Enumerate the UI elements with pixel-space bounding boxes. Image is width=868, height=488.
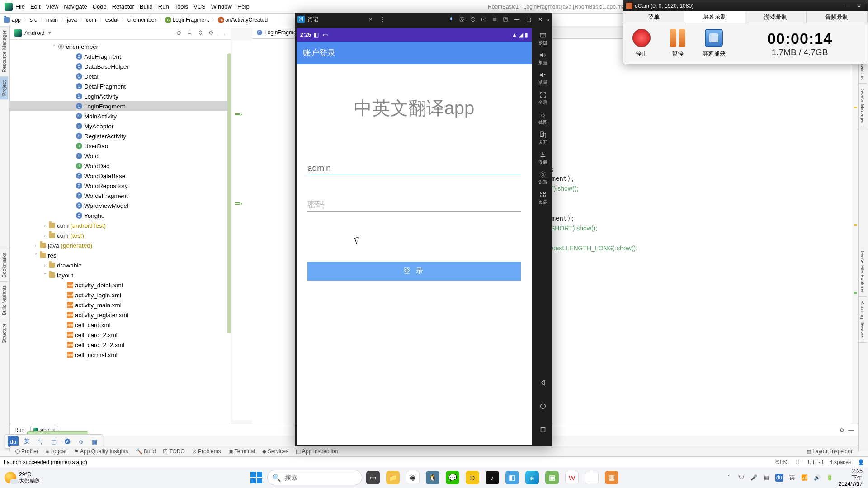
- tree-item-yonghu[interactable]: CYonghu: [10, 211, 231, 221]
- tree-item-registeractivity[interactable]: CRegisterActivity: [10, 131, 231, 141]
- menu-build[interactable]: Build: [140, 3, 153, 10]
- breadcrumb[interactable]: onActivityCreated: [225, 17, 268, 23]
- tree-item-loginactivity[interactable]: CLoginActivity: [10, 91, 231, 101]
- em-side-install[interactable]: 安装: [533, 148, 552, 167]
- tab-profiler[interactable]: Profiler: [15, 448, 38, 455]
- chevron-down-icon[interactable]: ▼: [47, 30, 52, 35]
- tree-java-generated[interactable]: ›java (generated): [10, 240, 231, 250]
- close-button[interactable]: ✕: [853, 3, 865, 9]
- tree-item-detailfragment[interactable]: CDetailFragment: [10, 81, 231, 91]
- tree-res[interactable]: ˅res: [10, 250, 231, 260]
- username-input[interactable]: [307, 161, 521, 175]
- tree-item-databasehelper[interactable]: CDataBaseHelper: [10, 61, 231, 71]
- tree-item-cell_card-xml[interactable]: xmlcell_card.xml: [10, 320, 231, 330]
- tray-overflow-icon[interactable]: ˄: [725, 474, 733, 482]
- caret-position[interactable]: 63:63: [775, 459, 789, 465]
- nav-home-icon[interactable]: [539, 402, 547, 412]
- tree-item-word[interactable]: CWord: [10, 151, 231, 161]
- tree-item-activity_login-xml[interactable]: xmlactivity_login.xml: [10, 290, 231, 300]
- menu-vcs[interactable]: VCS: [193, 3, 206, 10]
- toolwindow-bookmarks[interactable]: Bookmarks: [0, 249, 8, 281]
- tree-item-myadapter[interactable]: CMyAdapter: [10, 121, 231, 131]
- explorer-icon[interactable]: 📁: [384, 469, 402, 487]
- toolwindow-running-devices[interactable]: Running Devices: [859, 297, 867, 342]
- tree-item-mainactivity[interactable]: CMainActivity: [10, 111, 231, 121]
- tree-item-worddao[interactable]: IWordDao: [10, 161, 231, 171]
- tray-battery-icon[interactable]: 🔋: [826, 474, 834, 482]
- line-separator[interactable]: LF: [795, 459, 802, 465]
- app-icon[interactable]: 🐧: [424, 469, 442, 487]
- menu-refactor[interactable]: Refactor: [112, 3, 134, 10]
- tray-wifi-icon[interactable]: 📶: [801, 474, 809, 482]
- gear-icon[interactable]: ⚙: [207, 28, 216, 38]
- em-side-fullscreen[interactable]: 全屏: [533, 89, 552, 108]
- tree-pkg-test[interactable]: ›com (test): [10, 230, 231, 240]
- run-gutter-icon[interactable]: [235, 202, 241, 205]
- tree-layout[interactable]: ˅layout: [10, 270, 231, 280]
- ocam-tab-menu[interactable]: 菜单: [623, 11, 684, 23]
- em-side-screenshot[interactable]: 截图: [533, 108, 552, 127]
- tree-item-loginfragment[interactable]: CLoginFragment: [10, 101, 231, 111]
- gear-icon[interactable]: ⚙: [840, 427, 844, 433]
- breadcrumb[interactable]: LoginFragment: [172, 17, 209, 23]
- menu-run[interactable]: Run: [158, 3, 169, 10]
- nav-recent-icon[interactable]: [539, 426, 547, 436]
- hide-icon[interactable]: —: [217, 28, 226, 38]
- mail-icon[interactable]: [478, 13, 489, 26]
- collapse-all-icon[interactable]: ⇕: [196, 28, 205, 38]
- minimize-button[interactable]: —: [841, 3, 853, 9]
- app-icon[interactable]: ▣: [543, 469, 561, 487]
- minimize-button[interactable]: —: [511, 16, 523, 23]
- em-side-keys[interactable]: 按键: [533, 29, 552, 48]
- indent[interactable]: 4 spaces: [830, 459, 851, 465]
- app-icon[interactable]: D: [463, 469, 481, 487]
- emulator-titlebar[interactable]: 词 词记 × ⋮ — ▢ ✕ «: [295, 13, 552, 26]
- chevron-left-icon[interactable]: «: [546, 16, 550, 23]
- tree-item-activity_detail-xml[interactable]: xmlactivity_detail.xml: [10, 280, 231, 290]
- close-tab-icon[interactable]: ×: [365, 16, 377, 23]
- error-stripe[interactable]: [852, 39, 858, 424]
- rocket-icon[interactable]: [446, 13, 457, 26]
- project-view-label[interactable]: Android: [24, 29, 45, 36]
- password-input[interactable]: [307, 198, 521, 212]
- android-studio-icon[interactable]: 🅐: [583, 469, 601, 487]
- reader-mode-icon[interactable]: 👤: [858, 459, 864, 465]
- toolwindow-build-variants[interactable]: Build Variants: [0, 281, 8, 319]
- project-tree[interactable]: ˅cirememberCAddFragmentCDataBaseHelperCD…: [10, 40, 231, 424]
- tree-pkg-androidtest[interactable]: ›com (androidTest): [10, 221, 231, 230]
- menu-navigate[interactable]: Navigate: [64, 3, 87, 10]
- select-opened-file-icon[interactable]: ⊙: [174, 28, 183, 38]
- ocam-tab-screen-record[interactable]: 屏幕录制: [684, 11, 745, 23]
- task-view-button[interactable]: ▭: [364, 469, 382, 487]
- tab-logcat[interactable]: ≡ Logcat: [46, 448, 66, 455]
- toolwindow-project[interactable]: Project: [0, 76, 8, 99]
- ocam-titlebar[interactable]: oCam (0, 0, 1920, 1080) — ✕: [623, 0, 868, 11]
- taskbar-clock[interactable]: 2:25 下午 2024/7/17: [839, 468, 863, 487]
- em-side-more[interactable]: 更多: [533, 188, 552, 207]
- breadcrumb[interactable]: main: [46, 17, 58, 23]
- breadcrumb[interactable]: src: [30, 17, 37, 23]
- breadcrumb[interactable]: ciremember: [127, 17, 156, 23]
- toolwindow-device-manager[interactable]: Device Manager: [859, 84, 867, 127]
- image-icon[interactable]: [457, 13, 467, 26]
- tree-item-activity_register-xml[interactable]: xmlactivity_register.xml: [10, 310, 231, 320]
- em-side-volume-up[interactable]: 加量: [533, 49, 552, 68]
- weather-widget[interactable]: 29°C 大部晴朗: [0, 471, 45, 484]
- emulator-screen[interactable]: 2:25 ◧ ▭ ▲ ◢ ▮ 账户登录 中英文翻译app 登 录: [297, 28, 532, 445]
- ocam-stop-button[interactable]: 停止: [623, 29, 660, 58]
- ocam-tab-game-record[interactable]: 游戏录制: [745, 11, 807, 23]
- tree-item-userdao[interactable]: IUserDao: [10, 141, 231, 151]
- emulator-window[interactable]: 词 词记 × ⋮ — ▢ ✕ « 2:25 ◧ ▭ ▲ ◢ ▮ 账户登录: [295, 13, 552, 446]
- tree-item-cell_normal-xml[interactable]: xmlcell_normal.xml: [10, 350, 231, 360]
- em-side-volume-down[interactable]: 减量: [533, 69, 552, 88]
- tree-item-activity_main-xml[interactable]: xmlactivity_main.xml: [10, 300, 231, 310]
- close-button[interactable]: ✕: [534, 16, 546, 23]
- tab-app-inspection[interactable]: ◫ App Inspection: [296, 448, 338, 455]
- tree-item-wordrepository[interactable]: CWordRepository: [10, 181, 231, 191]
- windows-taskbar[interactable]: 29°C 大部晴朗 🔍 ▭ 📁 ◉ 🐧 💬 D ♪ ◧ e ▣ W 🅐 ▦ ˄ …: [0, 467, 868, 488]
- tree-item-wordsfragment[interactable]: CWordsFragment: [10, 191, 231, 201]
- tree-item-detail[interactable]: CDetail: [10, 71, 231, 81]
- menu-file[interactable]: File: [15, 3, 25, 10]
- start-button[interactable]: [247, 469, 265, 487]
- toolwindow-device-file-explorer[interactable]: Device File Explorer: [859, 245, 867, 297]
